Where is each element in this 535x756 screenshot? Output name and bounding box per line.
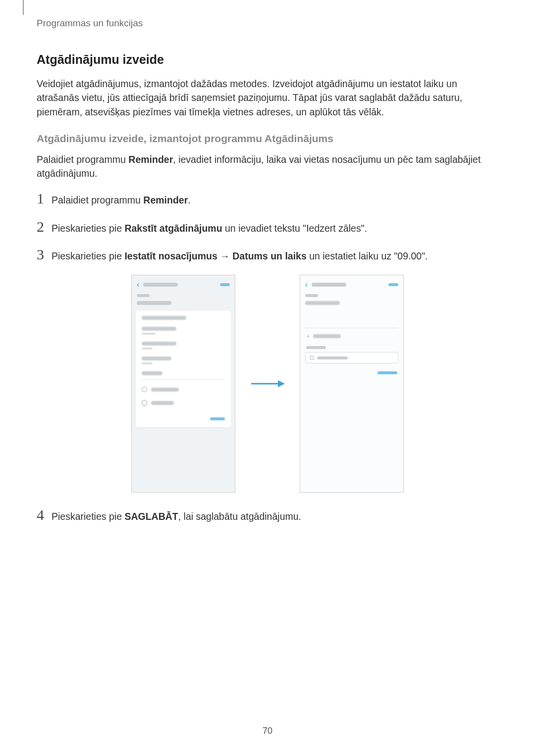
step-text: Pieskarieties pie Iestatīt nosacījumus →…	[52, 249, 428, 263]
text: Pieskarieties pie	[52, 251, 124, 261]
card-action	[142, 413, 225, 422]
line	[151, 401, 174, 405]
app-name: Reminder	[128, 154, 173, 165]
line	[142, 316, 186, 320]
line	[142, 333, 156, 335]
phone-topbar: ‹	[300, 275, 403, 294]
label	[300, 344, 403, 350]
step-text: Pieskarieties pie SAGLABĀT, lai saglabāt…	[52, 509, 301, 523]
spacer	[300, 308, 403, 328]
time-row	[142, 383, 225, 396]
back-icon: ‹	[137, 280, 139, 289]
plus-icon: +	[306, 332, 310, 340]
step-4: 4 Pieskarieties pie SAGLABĀT, lai saglab…	[37, 507, 498, 523]
screenshot-row: ‹	[37, 275, 498, 493]
step-number: 4	[37, 507, 52, 522]
step-text: Palaidiet programmu Reminder.	[52, 193, 191, 207]
title-placeholder	[143, 283, 178, 287]
text: un iestatiet laiku uz "09.00".	[307, 251, 428, 261]
text: un ievadiet tekstu "Iedzert zāles".	[222, 223, 367, 234]
line	[142, 327, 176, 331]
sub-intro: Palaidiet programmu Reminder, ievadiet i…	[37, 152, 498, 181]
section-subtitle: Atgādinājumu izveide, izmantojot program…	[37, 133, 498, 145]
step-number: 1	[37, 191, 52, 206]
line	[142, 371, 162, 375]
line	[142, 342, 176, 346]
back-icon: ‹	[305, 280, 308, 289]
text: Palaidiet programmu	[52, 195, 143, 205]
line	[305, 301, 340, 305]
arrow-icon	[250, 379, 285, 389]
intro-paragraph: Veidojiet atgādinājumus, izmantojot dažā…	[37, 77, 498, 119]
phone-topbar: ‹	[132, 275, 235, 294]
text: Pieskarieties pie	[52, 511, 124, 522]
page-title: Atgādinājumu izveide	[37, 52, 498, 67]
divider	[142, 379, 225, 380]
action-placeholder	[377, 371, 397, 374]
text: .	[188, 195, 190, 205]
bold: Datums un laiks	[232, 251, 307, 261]
datetime-field	[305, 352, 398, 363]
bold: Rakstīt atgādinājumu	[124, 223, 222, 234]
header-lines	[132, 294, 235, 308]
line	[142, 348, 153, 350]
page-content: Atgādinājumu izveide Veidojiet atgādināj…	[37, 52, 498, 536]
header-lines	[300, 294, 403, 308]
steps-list: 1 Palaidiet programmu Reminder. 2 Pieska…	[37, 191, 498, 523]
step-2: 2 Pieskarieties pie Rakstīt atgādinājumu…	[37, 219, 498, 235]
clock-icon	[142, 387, 147, 392]
line	[142, 356, 171, 360]
bold: Reminder	[143, 195, 188, 205]
page-edge-mark	[23, 0, 24, 15]
line	[313, 334, 341, 338]
place-row	[142, 396, 225, 409]
line	[142, 362, 153, 364]
line	[137, 301, 171, 305]
svg-marker-1	[278, 380, 285, 387]
step-number: 2	[37, 219, 52, 234]
screenshot-left: ‹	[131, 275, 235, 493]
page-number: 70	[0, 726, 535, 736]
line	[317, 356, 348, 359]
line	[151, 388, 179, 392]
action-placeholder	[220, 283, 230, 286]
text: , lai saglabātu atgādinājumu.	[178, 511, 301, 522]
add-row: +	[300, 328, 403, 344]
clock-icon	[310, 355, 314, 360]
line	[305, 294, 318, 297]
text: Palaidiet programmu	[37, 154, 128, 165]
breadcrumb: Programmas un funkcijas	[37, 18, 143, 29]
step-1: 1 Palaidiet programmu Reminder.	[37, 191, 498, 207]
line	[137, 294, 150, 297]
screenshot-right: ‹ +	[300, 275, 404, 493]
row-action	[300, 367, 403, 376]
text: Pieskarieties pie	[52, 223, 124, 234]
title-placeholder	[312, 283, 346, 287]
action-placeholder	[388, 283, 398, 286]
step-3: 3 Pieskarieties pie Iestatīt nosacījumus…	[37, 247, 498, 263]
pin-icon	[141, 399, 149, 407]
bold: Iestatīt nosacījumus	[124, 251, 217, 261]
line	[306, 346, 326, 349]
step-number: 3	[37, 247, 52, 262]
arrow-symbol: →	[217, 251, 232, 261]
options-card	[136, 311, 231, 427]
action-placeholder	[210, 417, 225, 420]
bold: SAGLABĀT	[124, 511, 178, 522]
step-text: Pieskarieties pie Rakstīt atgādinājumu u…	[52, 221, 367, 235]
